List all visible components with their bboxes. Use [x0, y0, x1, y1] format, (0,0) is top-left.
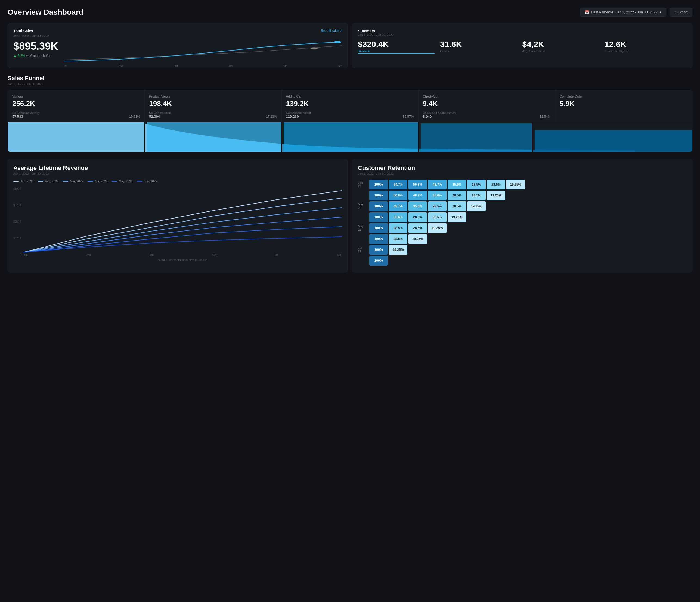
- header-controls: 📅 Last 6 months: Jan 1, 2022 - Jun 30, 2…: [580, 8, 692, 17]
- see-all-sales-link[interactable]: See all sales >: [321, 29, 342, 33]
- add-to-cart-sub-value: 129,239: [286, 114, 299, 119]
- legend-apr: Apr, 2022: [88, 180, 107, 183]
- retention-cell: 28.5%: [448, 190, 466, 200]
- product-views-value: 198.4K: [149, 100, 277, 108]
- page-title: Overview Dashboard: [8, 8, 83, 17]
- export-icon: ↑: [674, 10, 676, 14]
- retention-label-mar: Mar22: [358, 203, 368, 210]
- trend-arrow-icon: ▲: [13, 54, 17, 58]
- legend-jan: Jan, 2022: [13, 180, 33, 183]
- export-label: Export: [677, 10, 688, 14]
- complete-order-value: 5.9K: [560, 100, 688, 108]
- checkout-sub-value: 3,940: [423, 114, 432, 119]
- retention-cell: 28.5%: [467, 190, 486, 200]
- legend-mar-label: Mar, 2022: [70, 180, 83, 183]
- total-sales-trend: ▲ 9.2% vs 6 month before: [13, 54, 58, 58]
- trend-label: vs 6 month before: [26, 54, 52, 58]
- bottom-cards: Average Lifetime Revenue Jan 1, 2022 - J…: [8, 159, 692, 272]
- date-range-button[interactable]: 📅 Last 6 months: Jan 1, 2022 - Jun 30, 2…: [580, 8, 666, 17]
- checkout-sub-pct: 32.54%: [540, 115, 551, 119]
- retention-cell: 64.7%: [389, 180, 407, 189]
- retention-cell: 28.5%: [428, 201, 447, 211]
- product-views-sub-value: 52,394: [149, 114, 160, 119]
- retention-cell: 100%: [369, 223, 388, 233]
- retention-cell: 28.5%: [389, 223, 407, 233]
- summary-metric-orders[interactable]: 31.6K Orders: [440, 40, 522, 54]
- alr-subtitle: Jan 1, 2022 - Jun 30, 2022: [13, 172, 342, 175]
- checkout-sub-label: Check-Out Abandonment: [423, 111, 551, 114]
- summary-metric-revenue[interactable]: $320.4K Revenue: [358, 40, 440, 54]
- aov-value: $4,2K: [522, 40, 599, 49]
- retention-row-jul2: 100%: [358, 256, 687, 265]
- add-to-cart-label: Add to Cart: [286, 95, 414, 98]
- retention-cell: 19.25%: [448, 212, 466, 222]
- chart-x-labels: 1st 2nd 3rd 4th 5th 6th: [64, 65, 342, 68]
- retention-label-may: May22: [358, 225, 368, 232]
- complete-order-label: Complete Order: [560, 95, 688, 98]
- summary-metrics: $320.4K Revenue 31.6K Orders $4,2K Avg. …: [358, 40, 687, 54]
- legend-feb: Feb, 2022: [38, 180, 58, 183]
- export-button[interactable]: ↑ Export: [670, 8, 692, 17]
- funnel-visitors: Visitors 256.2K No Shopping Activity 57,…: [8, 90, 145, 122]
- legend-jun-label: Jun, 2022: [144, 180, 157, 183]
- checkout-label: Check-Out: [423, 95, 551, 98]
- checkout-value: 9.4K: [423, 100, 551, 108]
- orders-label: Orders: [440, 50, 517, 53]
- retention-label-jan: Jan22: [358, 181, 368, 188]
- summary-title: Summary: [358, 29, 687, 33]
- alr-legend: Jan, 2022 Feb, 2022 Mar, 2022 Apr, 2022 …: [13, 180, 342, 183]
- funnel-product-views: Product Views 198.4K No Cart Addition 52…: [145, 90, 281, 122]
- product-views-label: Product Views: [149, 95, 277, 98]
- x-label-5: 5th: [284, 65, 288, 68]
- retention-card: Customer Retention Jan 1, 2022 - Jun 30,…: [352, 159, 692, 272]
- svg-point-0: [334, 41, 341, 43]
- legend-may: May, 2022: [112, 180, 133, 183]
- total-sales-chart: 1st 2nd 3rd 4th 5th 6th: [64, 41, 342, 62]
- revenue-value: $320.4K: [358, 40, 434, 49]
- legend-apr-label: Apr, 2022: [95, 180, 107, 183]
- svg-point-1: [310, 47, 318, 50]
- total-sales-subtitle: Jan 1, 2022 - Jun 30, 2022: [13, 34, 342, 37]
- retention-cell: 19.25%: [408, 234, 427, 244]
- retention-cell: 100%: [369, 256, 388, 265]
- x-label-2: 2nd: [118, 65, 123, 68]
- top-cards: Total Sales See all sales > Jan 1, 2022 …: [8, 23, 692, 68]
- x-label-1: 1st: [64, 65, 67, 68]
- add-to-cart-value: 139.2K: [286, 100, 414, 108]
- retention-cell: 28.5%: [408, 212, 427, 222]
- retention-title: Customer Retention: [358, 164, 687, 172]
- retention-label-jul: Jul22: [358, 246, 368, 253]
- summary-card: Summary Jan 1, 2022 - Jun 30, 2022 $320.…: [352, 23, 692, 68]
- trend-pct: 9.2%: [18, 54, 25, 58]
- retention-cell: 28.5%: [487, 180, 505, 189]
- retention-cell: 19.25%: [506, 180, 525, 189]
- total-sales-value: $895.39K: [13, 41, 58, 52]
- retention-cell: 100%: [369, 245, 388, 255]
- retention-subtitle: Jan 1, 2022 - Jun 30, 2022: [358, 172, 687, 175]
- retention-cell: 19.25%: [428, 223, 447, 233]
- funnel-checkout: Check-Out 9.4K Check-Out Abandonment 3,9…: [419, 90, 555, 122]
- summary-metric-aov[interactable]: $4,2K Avg. Order Value: [522, 40, 604, 54]
- retention-cell: 100%: [369, 212, 388, 222]
- revenue-label: Revenue: [358, 50, 434, 54]
- retention-cell: 100%: [369, 180, 388, 189]
- retention-row-may2: 100% 28.5% 19.25%: [358, 234, 687, 244]
- alr-chart: [23, 187, 342, 253]
- product-views-sub-pct: 17.23%: [266, 115, 277, 119]
- funnel-title: Sales Funnel: [8, 75, 692, 82]
- visitors-label: Visitors: [12, 95, 140, 98]
- retention-cell: 19.25%: [389, 245, 407, 255]
- retention-cell: 35.6%: [389, 212, 407, 222]
- legend-jan-label: Jan, 2022: [20, 180, 33, 183]
- page-header: Overview Dashboard 📅 Last 6 months: Jan …: [8, 8, 692, 17]
- funnel-complete-order: Complete Order 5.9K: [555, 90, 692, 122]
- product-views-sub-label: No Cart Addition: [149, 111, 277, 114]
- funnel-chart: [8, 122, 692, 152]
- chevron-down-icon: ▾: [660, 10, 661, 14]
- date-range-label: Last 6 months: Jan 1, 2022 - Jun 30, 202…: [591, 10, 657, 14]
- visitors-value: 256.2K: [12, 100, 140, 108]
- new-cust-value: 12.6K: [604, 40, 681, 49]
- funnel-add-to-cart: Add to Cart 139.2K Cart Abandonment 129,…: [281, 90, 418, 122]
- retention-cell: 48.7%: [408, 190, 427, 200]
- summary-metric-new-cust[interactable]: 12.6K New Cust. Sign up: [604, 40, 687, 54]
